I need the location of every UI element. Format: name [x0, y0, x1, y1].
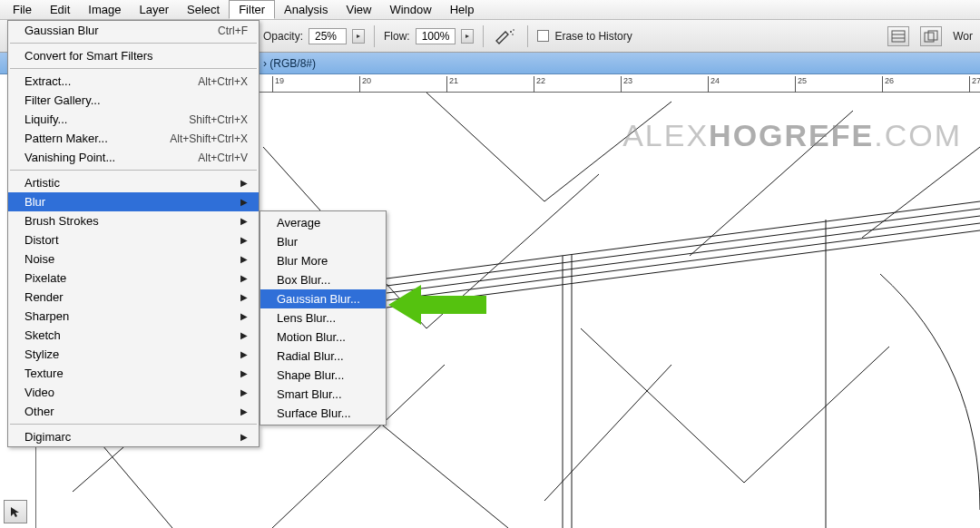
filter-item[interactable]: Liquify...Shift+Ctrl+X — [8, 110, 259, 129]
blur-item-gaussian-blur[interactable]: Gaussian Blur... — [260, 289, 386, 308]
blur-item-smart-blur[interactable]: Smart Blur... — [260, 385, 386, 404]
airbrush-icon[interactable] — [493, 27, 518, 45]
palette-icon[interactable] — [887, 26, 909, 46]
filter-item-other[interactable]: Other▶ — [8, 402, 259, 421]
menu-image[interactable]: Image — [79, 1, 130, 18]
watermark: ALEXHOGREFE.COM — [622, 118, 962, 153]
ruler-tick: 27 — [969, 76, 980, 93]
menu-separator — [10, 68, 257, 69]
annotation-arrow — [388, 281, 488, 328]
menu-window[interactable]: Window — [380, 1, 440, 18]
ruler-tick: 23 — [621, 76, 632, 93]
blur-item-radial-blur[interactable]: Radial Blur... — [260, 347, 386, 366]
filter-item-artistic[interactable]: Artistic▶ — [8, 173, 259, 192]
menu-bar: FileEditImageLayerSelectFilterAnalysisVi… — [0, 0, 980, 20]
filter-menu: Gaussian Blur Ctrl+F Convert for Smart F… — [7, 20, 260, 447]
document-tab[interactable]: › (RGB/8#) — [263, 57, 316, 70]
divider — [483, 25, 484, 47]
svg-marker-8 — [388, 285, 486, 325]
blur-item-blur-more[interactable]: Blur More — [260, 251, 386, 270]
workspace-icon[interactable] — [920, 26, 942, 46]
filter-item[interactable]: Extract...Alt+Ctrl+X — [8, 72, 259, 91]
filter-recent[interactable]: Gaussian Blur Ctrl+F — [8, 21, 259, 40]
svg-point-0 — [510, 31, 512, 33]
blur-item-shape-blur[interactable]: Shape Blur... — [260, 366, 386, 385]
flow-stepper[interactable]: ▸ — [461, 29, 474, 44]
filter-item-sharpen[interactable]: Sharpen▶ — [8, 307, 259, 326]
menu-help[interactable]: Help — [441, 1, 484, 18]
menu-separator — [10, 43, 257, 44]
filter-item-stylize[interactable]: Stylize▶ — [8, 345, 259, 364]
divider — [374, 25, 375, 47]
filter-item[interactable]: Pattern Maker...Alt+Shift+Ctrl+X — [8, 129, 259, 148]
ruler-tick: 24 — [708, 76, 720, 93]
ruler-tick: 26 — [882, 76, 894, 93]
move-tool-icon[interactable] — [4, 500, 27, 523]
filter-item-pixelate[interactable]: Pixelate▶ — [8, 269, 259, 288]
ruler-tick: 25 — [795, 76, 807, 93]
filter-item-blur[interactable]: Blur▶ — [8, 192, 259, 211]
menu-layer[interactable]: Layer — [131, 1, 179, 18]
filter-item-sketch[interactable]: Sketch▶ — [8, 326, 259, 345]
svg-rect-3 — [892, 31, 905, 42]
menu-edit[interactable]: Edit — [41, 1, 79, 18]
divider — [527, 25, 528, 47]
menu-select[interactable]: Select — [178, 1, 229, 18]
tool-strip — [0, 499, 36, 524]
menu-separator — [10, 170, 257, 171]
blur-item-box-blur[interactable]: Box Blur... — [260, 270, 386, 289]
filter-item-distort[interactable]: Distort▶ — [8, 230, 259, 249]
filter-item-digimarc[interactable]: Digimarc▶ — [8, 427, 259, 446]
opacity-field[interactable]: 25% — [309, 28, 347, 44]
flow-field[interactable]: 100% — [416, 28, 456, 44]
ruler-tick: 19 — [272, 76, 284, 93]
filter-item-render[interactable]: Render▶ — [8, 288, 259, 307]
menu-file[interactable]: File — [4, 1, 41, 18]
opacity-label: Opacity: — [263, 30, 303, 43]
workspace-label[interactable]: Wor — [953, 30, 973, 43]
flow-label: Flow: — [384, 30, 410, 43]
blur-item-lens-blur[interactable]: Lens Blur... — [260, 308, 386, 328]
blur-submenu: AverageBlurBlur MoreBox Blur...Gaussian … — [260, 210, 387, 425]
svg-point-2 — [513, 34, 514, 35]
filter-convert-smart[interactable]: Convert for Smart Filters — [8, 46, 259, 65]
ruler-tick: 22 — [534, 76, 545, 93]
filter-item[interactable]: Filter Gallery... — [8, 91, 259, 110]
svg-point-1 — [514, 29, 515, 31]
blur-item-surface-blur[interactable]: Surface Blur... — [260, 404, 386, 423]
blur-item-average[interactable]: Average — [260, 213, 386, 232]
opacity-stepper[interactable]: ▸ — [352, 29, 365, 44]
filter-item-video[interactable]: Video▶ — [8, 383, 259, 402]
menu-separator — [10, 424, 257, 425]
menu-analysis[interactable]: Analysis — [275, 1, 337, 18]
blur-item-motion-blur[interactable]: Motion Blur... — [260, 328, 386, 347]
erase-history-label: Erase to History — [554, 30, 632, 43]
ruler-tick: 20 — [359, 76, 371, 93]
ruler-tick: 21 — [446, 76, 458, 93]
erase-history-checkbox[interactable] — [537, 30, 549, 42]
blur-item-blur[interactable]: Blur — [260, 232, 386, 251]
menu-filter[interactable]: Filter — [229, 0, 275, 19]
filter-item[interactable]: Vanishing Point...Alt+Ctrl+V — [8, 148, 259, 167]
menu-view[interactable]: View — [337, 1, 380, 18]
filter-item-texture[interactable]: Texture▶ — [8, 364, 259, 383]
filter-item-noise[interactable]: Noise▶ — [8, 249, 259, 269]
filter-item-brush-strokes[interactable]: Brush Strokes▶ — [8, 211, 259, 230]
